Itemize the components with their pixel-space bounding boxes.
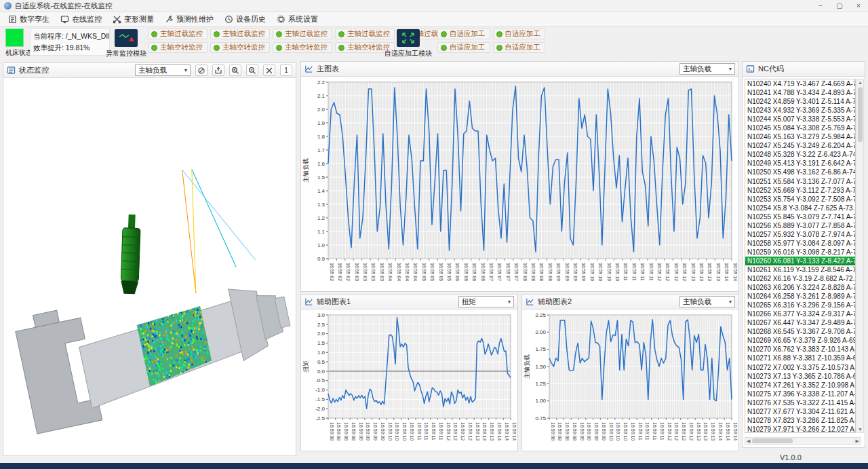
nc-line[interactable]: N10267 X6.447 Y-3.347 Z-9.489 A-71.055 [745, 318, 855, 327]
nc-line[interactable]: N10252 X5.669 Y-3.112 Z-7.293 A-73.844 [745, 186, 855, 195]
svg-text:1.50: 1.50 [535, 364, 546, 370]
menu-item-4[interactable]: 预测性维护 [161, 13, 220, 26]
anomaly-module[interactable]: 异常监控模块 [99, 29, 153, 58]
nc-line[interactable]: N10275 X7.396 Y-3.338 Z-11.207 A-65.95 [745, 390, 855, 398]
nc-code-list[interactable]: N10240 X4.719 Y-3.467 Z-4.669 A-76.396N1… [745, 79, 856, 433]
nc-line[interactable]: N10268 X6.545 Y-3.367 Z-9.708 A-70.519 [745, 327, 855, 336]
adaptive-module[interactable]: 自适应加工模块 [381, 29, 435, 58]
nc-line[interactable]: N10272 X7.002 Y-3.375 Z-10.573 A-68.05 [745, 363, 855, 372]
machine-3d-view[interactable] [3, 78, 296, 455]
svg-text:16:59:04: 16:59:04 [388, 263, 393, 281]
nc-line[interactable]: N10261 X6.119 Y-3.159 Z-8.546 A-72.701 [745, 265, 855, 274]
nc-horizontal-scrollbar[interactable]: ◀ ▶ [745, 437, 861, 445]
nc-line[interactable]: N10278 X7.823 Y-3.286 Z-11.825 A-63.73 [745, 416, 855, 425]
nc-line[interactable]: N10262 X6.16 Y-3.19 Z-8.682 A-72.534 C [745, 274, 855, 283]
nc-line[interactable]: N10277 X7.677 Y-3.304 Z-11.621 A-64.48 [745, 407, 855, 416]
adaptive-machining-button[interactable]: 自适应加工 [493, 29, 546, 39]
nc-line[interactable]: N10256 X5.889 Y-3.077 Z-7.858 A-73.348 [745, 221, 855, 230]
nc-line[interactable]: N10274 X7.261 Y-3.352 Z-10.998 A-66.67 [745, 381, 855, 390]
nc-line[interactable]: N10241 X4.788 Y-3.434 Z-4.893 A-76.062 [745, 88, 855, 97]
svg-text:1.6: 1.6 [317, 161, 326, 167]
adaptive-machining-button[interactable]: 自适应加工 [437, 29, 490, 39]
spindle-overload-monitor-button[interactable]: 主轴过载监控 [210, 29, 270, 39]
main-chart-icon [304, 64, 313, 73]
export-icon[interactable] [212, 64, 224, 76]
nc-line[interactable]: N10240 X4.719 Y-3.467 Z-4.669 A-76.396 [745, 79, 855, 88]
fit-view-icon[interactable] [263, 64, 275, 76]
svg-text:1.25: 1.25 [535, 381, 546, 387]
spindle-overload-monitor-button[interactable]: 主轴过载监控 [273, 29, 332, 39]
nc-line[interactable]: N10271 X6.88 Y-3.381 Z-10.359 A-68.711 [745, 354, 855, 362]
nc-line[interactable]: N10253 X5.754 Y-3.092 Z-7.508 A-73.677 [745, 195, 855, 204]
spindle-idle-monitor-button[interactable]: 主轴空转监控 [273, 42, 332, 53]
nc-line[interactable]: N10243 X4.932 Y-3.369 Z-5.335 A-75.523 [745, 106, 855, 115]
nc-line[interactable]: N10242 X4.859 Y-3.401 Z-5.114 A-75.775 [745, 97, 855, 106]
zoom-out-icon[interactable] [246, 64, 258, 76]
zoom-in-icon[interactable] [229, 64, 241, 76]
adaptive-machining-button[interactable]: 自适应加工 [437, 42, 490, 53]
svg-text:16:59:13: 16:59:13 [707, 263, 712, 281]
adaptive-machining-button[interactable]: 自适应加工 [493, 42, 546, 53]
nc-line[interactable]: N10258 X5.977 Y-3.084 Z-8.097 A-73.138 [745, 239, 855, 248]
menu-item-6[interactable]: 系统设置 [273, 13, 325, 26]
aux-chart1-signal-select[interactable]: 扭矩▾ [458, 296, 514, 307]
status-monitor-signal-select[interactable]: 主轴负载▾ [135, 64, 191, 76]
pointer-mode-icon[interactable] [195, 64, 208, 76]
nc-line[interactable]: N10254 X5.8 Y-3.084 Z-7.625 A-73.571 C [745, 204, 855, 212]
svg-text:扭矩: 扭矩 [302, 360, 309, 373]
main-chart-signal-select[interactable]: 主轴负载▾ [679, 63, 735, 75]
svg-text:16:59:11: 16:59:11 [439, 422, 443, 440]
svg-text:2.00: 2.00 [535, 329, 546, 335]
nc-line[interactable]: N10247 X5.245 Y-3.249 Z-6.204 A-74.701 [745, 141, 855, 150]
svg-text:3.0: 3.0 [317, 312, 326, 318]
spindle-idle-monitor-button[interactable]: 主轴空转监控 [148, 42, 208, 53]
nc-line[interactable]: N10270 X6.762 Y-3.383 Z-10.143 A-69.34 [745, 345, 855, 354]
svg-text:16:59:07: 16:59:07 [489, 263, 494, 281]
svg-text:1.1: 1.1 [317, 229, 326, 235]
svg-text:16:59:11: 16:59:11 [638, 422, 643, 440]
nc-line[interactable]: N10251 X5.584 Y-3.136 Z-7.077 A-74.012 [745, 177, 855, 186]
nc-line[interactable]: N10244 X5.007 Y-3.338 Z-5.553 A-75.297 [745, 115, 855, 124]
window-title: 自适应系统-在线监控-在线监控 [15, 1, 113, 11]
menu-item-2[interactable]: 在线监控 [56, 13, 108, 26]
nc-line[interactable]: N10276 X7.535 Y-3.322 Z-11.415 A-65.22 [745, 398, 855, 407]
svg-text:16:59:08: 16:59:08 [548, 263, 553, 281]
nc-vertical-scrollbar[interactable]: ▲ ▼ [856, 79, 864, 433]
svg-text:16:59:10: 16:59:10 [388, 422, 393, 440]
nc-line[interactable]: N10250 X5.498 Y-3.162 Z-6.86 A-74.178 C [745, 168, 855, 176]
spindle-overload-monitor-button[interactable]: 主轴过载监控 [148, 29, 208, 39]
nc-line[interactable]: N10266 X6.377 Y-3.324 Z-9.317 A-71.443 [745, 309, 855, 318]
nc-line[interactable]: N10259 X6.016 Y-3.098 Z-8.217 A-73.036 [745, 248, 855, 257]
nc-line[interactable]: N10245 X5.084 Y-3.308 Z-5.769 A-75.088 [745, 124, 855, 132]
nc-line[interactable]: N10264 X6.258 Y-3.261 Z-8.989 A-72.072 [745, 292, 855, 301]
menu-item-5[interactable]: 设备历史 [220, 13, 273, 26]
nc-line[interactable]: N10273 X7.13 Y-3.365 Z-10.786 A-67.372 [745, 372, 855, 381]
menu-item-3[interactable]: 变形测量 [108, 13, 161, 26]
spindle-idle-monitor-button[interactable]: 主轴空转监控 [210, 42, 270, 53]
aux-chart2-icon [526, 297, 534, 306]
aux-chart2-signal-select[interactable]: 主轴负载▾ [679, 296, 735, 307]
nc-line[interactable]: N10279 X7.971 Y-3.266 Z-12.027 A-62.98 [745, 425, 855, 433]
nc-line[interactable]: N10263 X6.206 Y-3.224 Z-8.828 A-72.33 C [745, 283, 855, 292]
nc-line[interactable]: N10246 X5.163 Y-3.279 Z-5.984 A-74.892 [745, 132, 855, 141]
svg-text:16:59:14: 16:59:14 [733, 422, 738, 440]
menu-item-1[interactable]: 数字孪生 [4, 13, 56, 26]
svg-text:16:59:12: 16:59:12 [657, 263, 662, 281]
nc-line[interactable]: N10265 X6.316 Y-3.296 Z-9.156 A-71.771 [745, 301, 855, 309]
zoom-counter[interactable]: 1 [280, 64, 292, 76]
nc-line-active[interactable]: N10260 X6.081 Y-3.133 Z-8.422 A-72.835 [745, 257, 855, 265]
svg-text:-1.5: -1.5 [315, 396, 325, 402]
nc-line[interactable]: N10248 X5.328 Y-3.22 Z-6.423 A-74.52 C [745, 150, 855, 159]
nc-line[interactable]: N10255 X5.845 Y-3.079 Z-7.741 A-73.458 [745, 212, 855, 221]
svg-text:16:59:11: 16:59:11 [431, 422, 436, 440]
svg-text:1.2: 1.2 [317, 215, 326, 221]
nc-line[interactable]: N10269 X6.65 Y-3.379 Z-9.926 A-69.947 C [745, 336, 855, 345]
status-dot [276, 45, 282, 51]
svg-text:16:59:14: 16:59:14 [724, 263, 729, 281]
minimize-button[interactable]: − [811, 2, 830, 10]
close-button[interactable]: × [849, 2, 868, 10]
nc-line[interactable]: N10249 X5.413 Y-3.191 Z-6.642 A-74.346 [745, 159, 855, 168]
maximize-button[interactable]: ▢ [830, 2, 849, 10]
nc-line[interactable]: N10257 X5.932 Y-3.078 Z-7.974 A-73.243 [745, 230, 855, 239]
svg-text:16:59:09: 16:59:09 [366, 422, 370, 440]
